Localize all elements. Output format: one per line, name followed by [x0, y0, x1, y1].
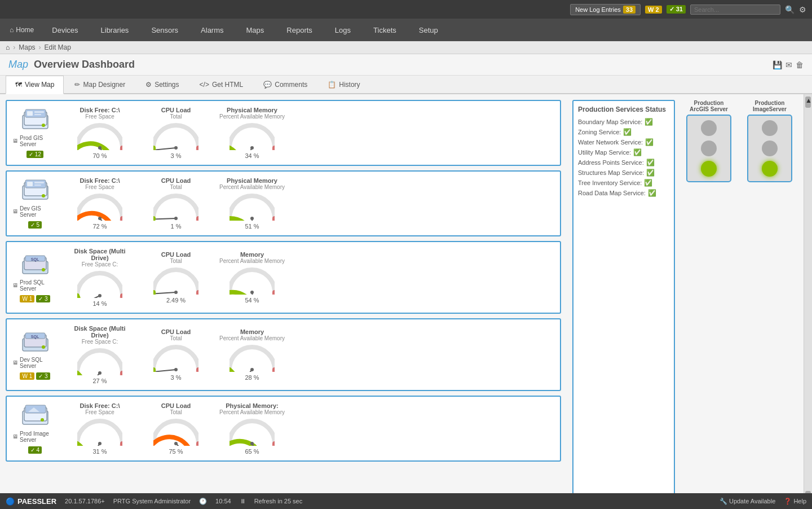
- warning-badge[interactable]: W 2: [645, 6, 662, 14]
- home-icon: ⌂: [10, 26, 14, 34]
- cpu-title: CPU Load: [161, 251, 191, 258]
- nav-reports[interactable]: Reports: [275, 19, 324, 41]
- title-main: Overview Dashboard: [34, 59, 135, 70]
- server-name[interactable]: 🖥 Prod SQL Server: [12, 279, 58, 292]
- disk-subtitle: Free Space: [85, 184, 114, 190]
- memory-value: 51 %: [245, 223, 259, 230]
- cpu-gauge: CPU Load Total 75 %: [142, 402, 210, 455]
- breadcrumb: ⌂ › Maps › Edit Map: [0, 41, 812, 54]
- check-badge: ✓ 3: [36, 295, 50, 302]
- check-icon: ✅: [646, 169, 655, 177]
- tab-comments[interactable]: 💬 Comments: [254, 76, 317, 93]
- warning-badge: W 1: [20, 295, 34, 302]
- tabs: 🗺 View Map ✏ Map Designer ⚙ Settings </>…: [0, 76, 812, 94]
- svg-line-77: [89, 444, 100, 446]
- logo-icon: 🔵: [6, 497, 15, 505]
- nav-sensors[interactable]: Sensors: [140, 19, 189, 41]
- tab-view-map[interactable]: 🗺 View Map: [6, 76, 64, 94]
- email-button[interactable]: ✉: [785, 60, 792, 69]
- light-yellow: [762, 141, 778, 156]
- tab-map-designer[interactable]: ✏ Map Designer: [65, 76, 135, 93]
- server-name[interactable]: 🖥 Prod Image Server: [12, 431, 58, 443]
- memory-subtitle: Percent Available Memory: [219, 409, 285, 415]
- nav-devices[interactable]: Devices: [41, 19, 89, 41]
- settings-icon[interactable]: ⚙: [799, 5, 806, 14]
- update-available[interactable]: 🔧 Update Available: [720, 498, 775, 505]
- disk-gauge: Disk Space (Multi Drive) Free Space C: 2…: [66, 325, 134, 384]
- disk-subtitle: Free Space C:: [82, 339, 118, 345]
- cpu-value: 1 %: [171, 223, 182, 230]
- tab-get-html-icon: </>: [200, 81, 209, 89]
- svg-point-6: [42, 124, 45, 127]
- breadcrumb-home-icon[interactable]: ⌂: [6, 43, 10, 51]
- service-row: Utility Map Service:✅: [578, 148, 669, 156]
- tab-settings[interactable]: ⚙ Settings: [136, 76, 188, 93]
- cpu-value: 3 %: [171, 374, 182, 381]
- light-yellow: [701, 141, 717, 156]
- server-icon-area: 🖥 Prod Image Server ✓ 4: [12, 404, 58, 454]
- disk-value: 31 %: [92, 448, 107, 455]
- breadcrumb-edit-map[interactable]: Edit Map: [45, 43, 71, 51]
- nav-libraries[interactable]: Libraries: [90, 19, 140, 41]
- scroll-up-arrow[interactable]: ▲: [805, 96, 811, 108]
- check-badge: ✓ 4: [28, 446, 42, 454]
- memory-value: 28 %: [245, 374, 259, 381]
- save-button[interactable]: 💾: [773, 60, 782, 69]
- nav-setup[interactable]: Setup: [408, 19, 449, 41]
- server-name[interactable]: 🖥 Dev GIS Server: [12, 205, 58, 218]
- svg-line-68: [239, 370, 252, 372]
- traffic-light-title: ProductionImageServer: [753, 100, 787, 112]
- tab-history[interactable]: 📋 History: [318, 76, 369, 93]
- check-badge[interactable]: ✓ 31: [667, 5, 686, 14]
- nav-home[interactable]: ⌂ Home: [3, 19, 41, 41]
- disk-gauge: Disk Space (Multi Drive) Free Space C: 1…: [66, 248, 134, 307]
- search-icon[interactable]: 🔍: [785, 5, 795, 14]
- svg-line-11: [156, 148, 176, 150]
- memory-title: Memory: [240, 328, 264, 335]
- services-title: Production Services Status: [578, 106, 669, 113]
- memory-subtitle: Percent Available Memory: [219, 113, 285, 120]
- statusbar: 🔵 PAESSLER 20.1.57.1786+ PRTG System Adm…: [0, 493, 812, 504]
- memory-title: Physical Memory: [227, 107, 277, 113]
- svg-point-78: [98, 442, 102, 445]
- server-card: SQL 🖥 Prod SQL Server W 1✓ 3 Disk Space …: [6, 241, 561, 314]
- nav-logs[interactable]: Logs: [324, 19, 362, 41]
- cpu-value: 2.49 %: [166, 297, 186, 304]
- server-badges: W 1✓ 3: [20, 372, 50, 380]
- delete-button[interactable]: 🗑: [796, 60, 804, 69]
- nav-maps[interactable]: Maps: [235, 19, 276, 41]
- cpu-title: CPU Load: [161, 402, 191, 409]
- scrollbar[interactable]: ▲ ▼: [804, 94, 812, 504]
- server-label: Dev SQL Server: [20, 357, 58, 369]
- svg-point-42: [42, 268, 45, 271]
- tab-settings-icon: ⚙: [145, 81, 152, 89]
- check-badge: ✓ 3: [36, 372, 50, 380]
- server-badges: ✓ 4: [28, 446, 42, 454]
- log-entries-button[interactable]: New Log Entries 33: [570, 4, 641, 15]
- server-name[interactable]: 🖥 Dev SQL Server: [12, 357, 58, 369]
- disk-value: 70 %: [92, 152, 107, 159]
- page-title: Map Overview Dashboard: [8, 59, 135, 71]
- main-content: 🖥 Prod GIS Server ✓ 12 Disk Free: C:\ Fr…: [0, 94, 812, 504]
- memory-title: Memory: [240, 251, 264, 258]
- help-label[interactable]: ❓ Help: [784, 498, 806, 505]
- cpu-title: CPU Load: [161, 328, 191, 335]
- check-icon: ✅: [648, 189, 656, 197]
- server-icon-area: 🖥 Prod GIS Server ✓ 12: [12, 108, 58, 158]
- nav-tickets[interactable]: Tickets: [362, 19, 408, 41]
- cpu-value: 75 %: [169, 448, 183, 455]
- svg-point-82: [174, 442, 178, 445]
- home-label: Home: [16, 26, 34, 34]
- server-name[interactable]: 🖥 Prod GIS Server: [12, 135, 58, 147]
- cpu-subtitle: Total: [170, 184, 182, 190]
- search-input[interactable]: [690, 5, 780, 15]
- tab-history-icon: 📋: [328, 81, 336, 89]
- server-list: 🖥 Prod GIS Server ✓ 12 Disk Free: C:\ Fr…: [0, 94, 567, 504]
- nav-alarms[interactable]: Alarms: [189, 19, 235, 41]
- tab-comments-icon: 💬: [263, 81, 272, 89]
- service-row: Tree Inventory Service:✅: [578, 179, 669, 187]
- svg-point-76: [41, 418, 44, 422]
- breadcrumb-maps[interactable]: Maps: [19, 43, 35, 51]
- tab-get-html[interactable]: </> Get HTML: [190, 76, 253, 93]
- traffic-light-box: ProductionArcGIS Server: [681, 100, 737, 499]
